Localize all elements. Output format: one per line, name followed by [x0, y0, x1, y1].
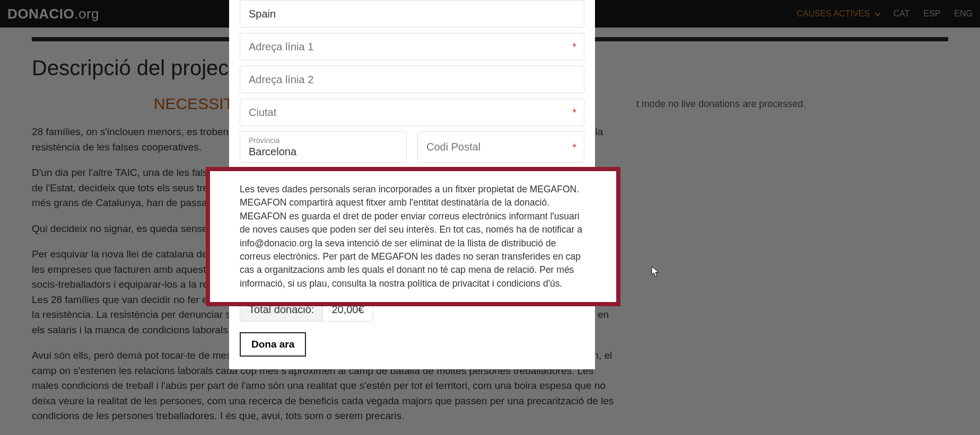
province-label: Província [249, 136, 279, 145]
required-mark: * [572, 41, 576, 53]
terms-text: Les teves dades personals seran incorpor… [240, 183, 587, 290]
postal-input[interactable] [426, 141, 575, 153]
required-mark: * [572, 141, 576, 153]
required-mark: * [572, 106, 576, 119]
city-field[interactable]: * [240, 99, 584, 126]
province-input[interactable] [249, 146, 398, 158]
donate-button[interactable]: Dona ara [240, 332, 306, 357]
address2-field[interactable] [240, 66, 584, 93]
address1-input[interactable] [249, 41, 575, 53]
country-field[interactable] [240, 0, 584, 28]
address2-input[interactable] [249, 74, 575, 86]
province-field[interactable]: Província [240, 131, 407, 163]
postal-field[interactable]: * [417, 131, 584, 163]
terms-box: Les teves dades personals seran incorpor… [206, 167, 620, 306]
address1-field[interactable]: * [240, 33, 584, 60]
city-input[interactable] [249, 106, 575, 119]
country-input[interactable] [249, 8, 575, 20]
